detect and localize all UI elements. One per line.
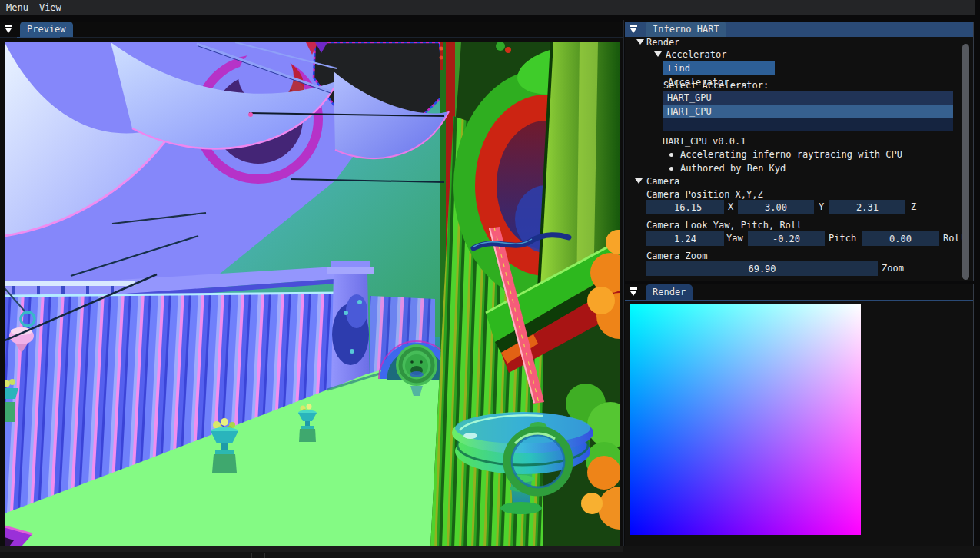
- camera-pos-x-field[interactable]: -16.15: [646, 200, 724, 214]
- find-accelerator-button[interactable]: Find Accelerator...: [663, 61, 775, 75]
- preview-render-viewport[interactable]: [5, 42, 620, 546]
- tree-node-camera[interactable]: Camera: [646, 176, 679, 187]
- list-item-hart-cpu[interactable]: HART_CPU: [663, 105, 953, 118]
- bullet-icon: [669, 153, 673, 157]
- camera-yaw-label: Yaw: [726, 231, 743, 246]
- tree-node-accelerator[interactable]: Accelerator: [666, 49, 726, 60]
- tab-preview[interactable]: Preview: [20, 22, 73, 37]
- dock-handle-tick: [251, 553, 252, 558]
- inspector-content: Render Accelerator Find Accelerator... S…: [625, 37, 962, 281]
- tree-arrow-icon: [635, 178, 643, 184]
- tree-node-render[interactable]: Render: [646, 37, 679, 48]
- camera-pos-z-label: Z: [911, 200, 916, 214]
- accelerator-version-label: HART_CPU v0.0.1: [663, 136, 746, 147]
- bottom-divider-line: [0, 553, 980, 553]
- accelerator-listbox: HART_GPU HART_CPU: [663, 91, 953, 131]
- camera-zoom-field-label: Zoom: [882, 261, 904, 276]
- render-panel: Render: [625, 284, 974, 550]
- collapse-arrow-icon[interactable]: [629, 287, 639, 297]
- bottom-strip-fill: [0, 546, 623, 552]
- list-item-hart-gpu[interactable]: HART_GPU: [663, 91, 953, 105]
- camera-pitch-field[interactable]: -0.20: [748, 231, 825, 246]
- inspector-panel: Inferno HART Render Accelerator Find Acc…: [625, 22, 974, 281]
- accelerator-bullet-2: Authored by Ben Kyd: [680, 163, 786, 174]
- scrollbar-thumb[interactable]: [962, 44, 969, 280]
- camera-pos-y-field[interactable]: 3.00: [738, 200, 814, 214]
- camera-roll-label: Roll: [943, 231, 962, 246]
- tree-arrow-icon: [636, 39, 644, 45]
- select-accelerator-label: Select Accelerator:: [663, 80, 769, 91]
- scrollbar-track[interactable]: [962, 44, 970, 280]
- bottom-dock-splitter[interactable]: [0, 546, 980, 558]
- camera-position-label: Camera Position X,Y,Z: [646, 189, 763, 200]
- tab-underline: [625, 300, 973, 301]
- camera-roll-field[interactable]: 0.00: [862, 231, 939, 246]
- menu-item-view[interactable]: View: [36, 1, 69, 15]
- preview-3d-scene: [5, 42, 620, 546]
- accelerator-bullet-1: Accelerating inferno raytracing with CPU: [680, 149, 902, 160]
- tree-arrow-icon: [654, 51, 662, 57]
- camera-yaw-field[interactable]: 1.24: [646, 231, 724, 246]
- preview-panel: Preview: [0, 22, 623, 558]
- camera-pitch-label: Pitch: [829, 231, 856, 246]
- bullet-icon: [669, 167, 673, 171]
- inspector-title-bar: Inferno HART: [625, 22, 973, 37]
- panel-splitter-vertical[interactable]: [623, 20, 624, 552]
- camera-pos-y-label: Y: [819, 200, 824, 214]
- tab-underline-active: [17, 37, 60, 38]
- camera-zoom-slider[interactable]: 69.90: [646, 261, 878, 276]
- camera-look-label: Camera Look Yaw, Pitch, Roll: [646, 220, 802, 231]
- tab-render[interactable]: Render: [646, 284, 693, 300]
- camera-pos-x-label: X: [728, 200, 733, 214]
- menu-bar: Menu View: [0, 0, 975, 15]
- collapse-arrow-icon[interactable]: [4, 24, 14, 35]
- render-tab-bar: Render: [625, 284, 973, 300]
- tab-underline: [0, 37, 623, 38]
- camera-pos-z-field[interactable]: 2.31: [829, 200, 905, 214]
- dock-handle-tick: [264, 553, 265, 558]
- tab-inferno-hart[interactable]: Inferno HART: [646, 22, 726, 37]
- app-window: Menu View Preview: [0, 0, 980, 558]
- camera-zoom-label: Camera Zoom: [646, 251, 707, 261]
- collapse-arrow-icon[interactable]: [629, 24, 639, 35]
- preview-tab-bar: Preview: [0, 22, 623, 37]
- render-output-image: [630, 304, 861, 535]
- menu-item-menu[interactable]: Menu: [3, 1, 36, 15]
